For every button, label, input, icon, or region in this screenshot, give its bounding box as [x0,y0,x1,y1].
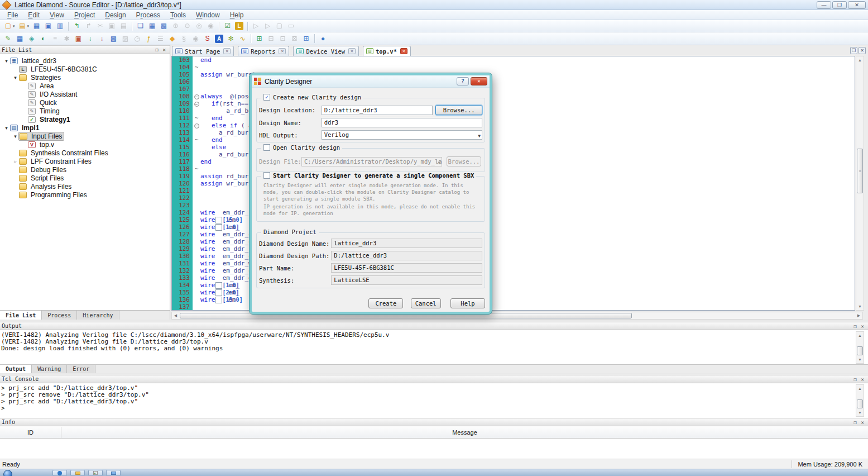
help-button[interactable]: Help [450,298,485,308]
output-scrollbar[interactable]: ▲ ▼ [856,331,864,364]
tab-warning[interactable]: Warning [32,365,67,373]
doc-tab-device-view[interactable]: ▤Device View✕ [293,46,359,56]
flower-tool-icon[interactable]: ✻ [226,34,236,44]
print-icon[interactable]: ▥ [55,21,65,31]
window-bottom-icon[interactable]: ⊠ [289,34,300,44]
menu-edit[interactable]: Edit [23,11,45,20]
paste-icon[interactable]: ▤ [118,21,129,31]
analysis-a-icon[interactable]: A [214,34,224,44]
taskbar-folder-icon[interactable] [70,470,85,476]
close-panel-icon[interactable]: ✕ [859,377,866,382]
cancel-button[interactable]: Cancel [411,298,441,308]
download-red-icon[interactable]: ↓ [97,34,107,44]
design-name-input[interactable]: ddr3 [322,118,482,127]
expander-open-icon[interactable]: ▾ [3,125,9,131]
minimize-button[interactable]: — [817,1,831,9]
fold-collapse-icon[interactable]: − [193,100,200,107]
logic-block-icon[interactable]: L [234,21,244,31]
menu-view[interactable]: View [45,11,69,20]
float-panel-icon[interactable]: ❐ [153,47,160,53]
tree-item-lpf-constraint-files[interactable]: ▹LPF Constraint Files [0,157,170,165]
menu-help[interactable]: Help [225,11,249,20]
tree-item-lfe5u-45f-6bg381c[interactable]: LLFE5U-45F-6BG381C [0,65,170,73]
sync-red-icon[interactable]: S [202,34,213,44]
mdi-close-icon[interactable]: ✕ [859,47,866,54]
doc-tab-top-v-[interactable]: ▤top.v*✕ [363,46,411,56]
taskbar-window-icon[interactable] [106,470,121,476]
menu-tools[interactable]: Tools [165,11,191,20]
scroll-up-icon[interactable]: ▲ [856,385,864,392]
scroll-down-icon[interactable]: ▼ [856,356,864,363]
menu-design[interactable]: Design [100,11,131,20]
menu-process[interactable]: Process [131,11,165,20]
single-sbx-checkbox[interactable] [263,172,270,179]
expander-open-icon[interactable]: ▾ [3,58,9,64]
tree-item-timing[interactable]: ✎Timing [0,107,170,115]
dialog-help-icon[interactable]: ? [457,77,469,85]
dialog-close-icon[interactable]: ✕ [471,77,487,85]
tree-item-top-v[interactable]: Vtop.v [0,140,170,149]
open-design-checkbox[interactable] [263,144,270,151]
rerun-from-icon[interactable]: ▢ [274,21,285,31]
float-panel-icon[interactable]: ❐ [851,420,859,425]
tree-item-strategy1[interactable]: ✓Strategy1 [0,115,170,123]
find-text-icon[interactable]: ❏ [135,21,146,31]
close-panel-icon[interactable]: ✕ [161,47,168,53]
scroll-right-icon[interactable]: ▶ [855,312,862,319]
device-chip-icon[interactable]: ◈ [26,34,37,44]
close-tab-icon[interactable]: ✕ [279,48,286,54]
tree-item-input-files[interactable]: ▾Input Files [0,132,170,140]
gear-icon[interactable]: ✱ [61,34,72,44]
scroll-down-icon[interactable]: ▼ [856,409,864,416]
restore-button[interactable]: ❐ [832,1,847,9]
close-button[interactable]: ✕ [848,1,866,9]
tree-item-programming-files[interactable]: Programming Files [0,191,170,199]
tree-item-analysis-files[interactable]: Analysis Files [0,182,170,191]
spreadsheet-view-icon[interactable]: ▦ [147,21,157,31]
zoom-in-icon[interactable]: ⊕ [170,21,181,31]
tcl-scrollbar[interactable]: ▲ ▼ [856,384,864,417]
export-source-icon[interactable]: ↱ [83,21,94,31]
new-file-icon[interactable]: ▢▾ [3,21,16,31]
power-calculator-icon[interactable]: ƒ [143,34,154,44]
tab-file-list[interactable]: File List [0,311,42,320]
design-location-input[interactable]: D:/lattice_ddr3 [322,106,433,115]
save-all-icon[interactable]: ▣ [43,21,54,31]
scroll-thumb[interactable] [857,399,863,408]
start-orb-icon[interactable] [3,470,12,476]
scroll-up-icon[interactable]: ▲ [856,332,864,339]
tree-item-i-o-assistant[interactable]: ✎I/O Assistant [0,90,170,98]
window-left-icon[interactable]: ⊟ [266,34,276,44]
close-panel-icon[interactable]: ✕ [859,323,866,329]
menu-file[interactable]: File [2,11,23,20]
window-add-icon[interactable]: ⊞ [254,34,265,44]
menu-project[interactable]: Project [69,11,100,20]
scroll-left-icon[interactable]: ◀ [172,312,179,319]
tree-item-script-files[interactable]: Script Files [0,174,170,182]
doc-tab-reports[interactable]: ▤Reports✕ [238,46,289,56]
rerun-icon[interactable]: ▷ [262,21,273,31]
taskbar-browser-icon[interactable] [52,470,67,476]
hdl-output-select[interactable]: Verilog ▼ [322,130,482,140]
tree-item-lattice-ddr3[interactable]: ▾≣lattice_ddr3 [0,56,170,65]
menu-window[interactable]: Window [191,11,225,20]
zoom-area-icon[interactable]: ◎ [194,21,204,31]
run-all-icon[interactable]: ▷ [251,21,261,31]
tree-item-area[interactable]: ✎Area [0,82,170,90]
run-manager-icon[interactable]: ☑ [222,21,233,31]
dialog-title-bar[interactable]: Clarity Designer ? ✕ [252,75,490,88]
tree-item-quick[interactable]: ✎Quick [0,98,170,107]
tcl-console-log[interactable]: > prj_src add "D:/lattice_ddr3/top.v"> p… [1,385,857,412]
scroll-down-icon[interactable]: ▼ [856,303,864,310]
floorplan-icon[interactable]: ▣ [73,34,84,44]
taskbar-tool-icon[interactable]: + [88,470,103,476]
tab-error[interactable]: Error [67,365,95,373]
download-green-icon[interactable]: ↓ [85,34,95,44]
close-tab-icon[interactable]: ✕ [348,48,356,54]
report-grid-icon[interactable]: ▦ [15,34,25,44]
device-search-icon[interactable]: ◐ [38,34,49,44]
web-globe-icon[interactable]: ● [318,34,328,44]
open-file-icon[interactable]: ▤▾ [17,21,31,31]
cut-icon[interactable]: ✂ [95,21,105,31]
layer-stack-icon[interactable]: ☰ [155,34,166,44]
